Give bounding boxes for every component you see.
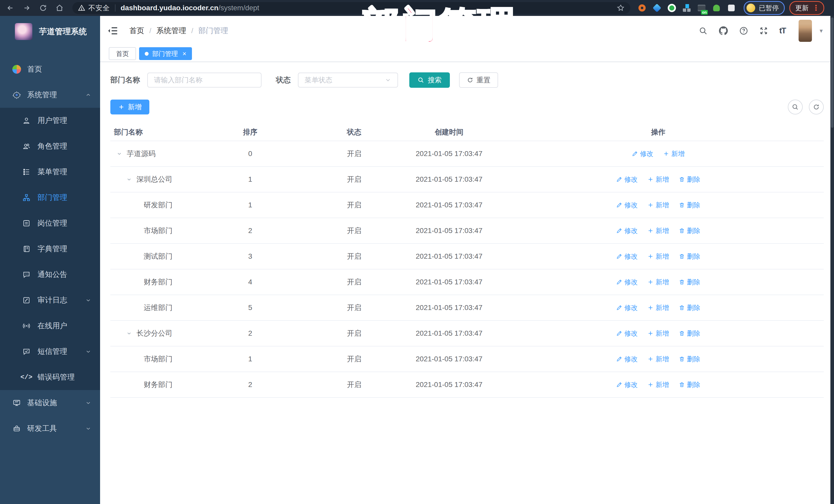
security-label[interactable]: 不安全 [88,3,110,13]
add-button[interactable]: 新增 [110,100,149,114]
sidebar-item-10[interactable]: 在线用户 [0,313,100,339]
delete-icon [679,381,685,388]
op-modify-link[interactable]: 修改 [616,355,638,364]
op-modify-link[interactable]: 修改 [616,226,638,235]
extension-green-icon[interactable] [667,3,676,13]
sidebar-item-6[interactable]: 岗位管理 [0,211,100,236]
toggle-search-button[interactable] [788,100,803,114]
breadcrumb-system[interactable]: 系统管理 [156,26,186,36]
op-delete-link[interactable]: 删除 [679,278,700,287]
sidebar-item-8[interactable]: 通知公告 [0,262,100,287]
add-icon [648,227,654,234]
op-modify-link[interactable]: 修改 [616,303,638,312]
op-delete-link[interactable]: 删除 [679,355,700,364]
status-select[interactable]: 菜单状态 [298,73,398,88]
user-avatar[interactable] [798,20,812,42]
expand-chevron-icon[interactable] [126,177,132,182]
sidebar-item-0[interactable]: 首页 [0,57,100,82]
extension-key-icon[interactable] [712,3,721,13]
page-scrollbar[interactable] [830,16,834,504]
sidebar-item-9[interactable]: 审计日志 [0,287,100,313]
sidebar-item-label: 基础设施 [27,398,57,408]
op-delete-link[interactable]: 删除 [679,226,700,235]
monitor-icon [11,399,23,407]
breadcrumb-home[interactable]: 首页 [129,26,144,36]
browser-update-button[interactable]: 更新 ⋮ [789,1,824,15]
op-add-link[interactable]: 新增 [648,303,669,312]
address-bar[interactable]: 不安全 dashboard.yudao.iocoder.cn/system/de… [72,2,630,14]
op-delete-link[interactable]: 删除 [679,380,700,389]
close-tab-icon[interactable]: × [182,50,186,57]
op-delete-link[interactable]: 删除 [679,303,700,312]
op-add-link[interactable]: 新增 [648,175,669,184]
app-logo-row[interactable]: 芋道管理系统 [0,16,100,47]
op-delete-link[interactable]: 删除 [679,175,700,184]
kebab-menu-icon[interactable]: ⋮ [812,6,820,10]
bookmark-star-icon[interactable] [617,4,624,12]
op-add-link[interactable]: 新增 [648,252,669,261]
security-warning-icon[interactable] [78,4,85,12]
sidebar-item-14[interactable]: 研发工具 [0,416,100,441]
search-icon[interactable] [699,26,707,35]
home-icon[interactable] [53,2,66,14]
op-add-link[interactable]: 新增 [648,380,669,389]
sidebar-item-2[interactable]: 用户管理 [0,108,100,133]
op-modify-link[interactable]: 修改 [616,252,638,261]
sidebar-item-7[interactable]: 字典管理 [0,236,100,262]
id-badge-icon [21,219,32,227]
cell-actions: 修改新增删除 [493,175,824,184]
op-modify-link[interactable]: 修改 [616,201,638,210]
op-add-link[interactable]: 新增 [648,201,669,210]
url-text[interactable]: dashboard.yudao.iocoder.cn/system/dept [120,4,614,12]
op-delete-link[interactable]: 删除 [679,329,700,338]
op-modify-link[interactable]: 修改 [616,329,638,338]
content: 部门名称 状态 菜单状态 搜索 重置 新增 [100,62,834,398]
op-modify-link[interactable]: 修改 [616,380,638,389]
table-row: 测试部门3开启2021-01-05 17:03:47修改新增删除 [110,244,824,269]
op-delete-link[interactable]: 删除 [679,252,700,261]
sidebar-item-13[interactable]: 基础设施 [0,390,100,416]
extension-switch-icon[interactable]: on [697,3,706,13]
op-delete-link[interactable]: 删除 [679,201,700,210]
extension-gem-icon[interactable] [652,3,662,13]
collapse-sidebar-icon[interactable] [108,26,118,35]
sidebar-item-1[interactable]: 系统管理 [0,82,100,108]
forward-icon[interactable] [21,2,33,14]
font-size-icon[interactable]: tT [780,26,786,36]
browser-profile-chip[interactable]: 已暂停 [744,1,785,15]
expand-chevron-icon[interactable] [116,151,122,156]
op-modify-link[interactable]: 修改 [616,175,638,184]
app-title: 芋道管理系统 [39,26,87,37]
sidebar-item-12[interactable]: </>错误码管理 [0,365,100,390]
dept-name-input[interactable] [147,73,262,88]
chevron-down-icon[interactable]: ▾ [820,27,823,35]
op-add-link[interactable]: 新增 [648,278,669,287]
help-icon[interactable] [739,26,748,35]
tab-home[interactable]: 首页 [109,47,136,60]
search-button[interactable]: 搜索 [409,72,450,88]
op-add-link[interactable]: 新增 [648,355,669,364]
op-modify-link[interactable]: 修改 [632,149,653,158]
tab-dept-management[interactable]: 部门管理 × [139,47,192,60]
sidebar-item-3[interactable]: 角色管理 [0,133,100,159]
extension-orange-icon[interactable] [637,3,647,13]
sidebar-item-4[interactable]: 菜单管理 [0,159,100,185]
refresh-button[interactable] [809,100,824,114]
expand-chevron-icon[interactable] [126,330,132,336]
sidebar-item-11[interactable]: 短信管理 [0,339,100,365]
extensions-puzzle-icon[interactable] [727,3,736,13]
op-add-link[interactable]: 新增 [648,329,669,338]
fullscreen-icon[interactable] [759,26,768,35]
cell-dept-name: 深圳总公司 [110,175,198,184]
op-modify-link[interactable]: 修改 [616,278,638,287]
github-icon[interactable] [719,26,728,36]
sidebar-item-label: 通知公告 [38,269,67,280]
reload-icon[interactable] [37,2,49,14]
reset-button[interactable]: 重置 [459,72,498,88]
scrollbar-thumb[interactable] [831,18,833,128]
sidebar-item-5[interactable]: 部门管理 [0,185,100,211]
extension-grid-icon[interactable] [682,3,691,13]
op-add-link[interactable]: 新增 [648,226,669,235]
op-add-link[interactable]: 新增 [663,149,685,158]
back-icon[interactable] [4,2,17,14]
